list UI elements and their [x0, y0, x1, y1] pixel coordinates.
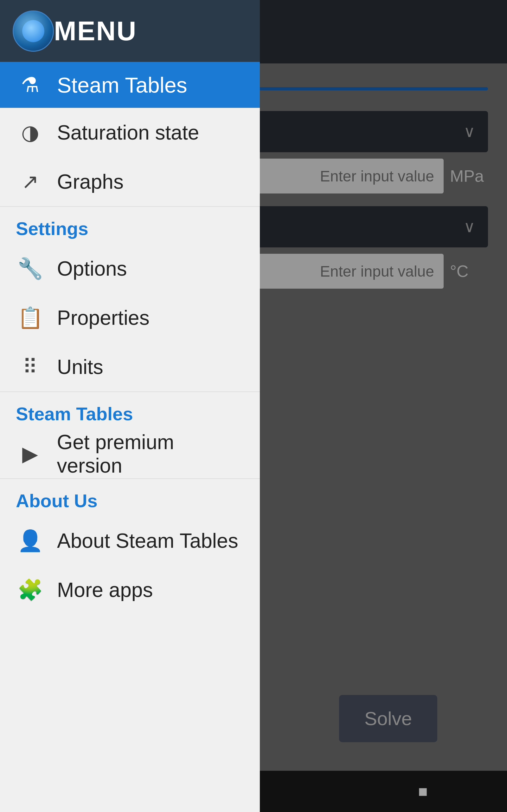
units-icon: ⠿ [16, 355, 44, 379]
wrench-icon: 🔧 [16, 257, 44, 281]
sidebar-item-saturation-state[interactable]: ◑ Saturation state [0, 108, 260, 157]
sidebar-item-units-label: Units [57, 355, 103, 379]
sidebar-item-graphs-label: Graphs [57, 170, 124, 194]
sidebar-item-about-label: About Steam Tables [57, 529, 238, 553]
flask-icon: ⚗ [16, 73, 44, 97]
sidebar-item-properties-label: Properties [57, 306, 150, 329]
sidebar-item-steam-tables[interactable]: ⚗ Steam Tables [0, 62, 260, 108]
sidebar-item-options[interactable]: 🔧 Options [0, 244, 260, 293]
play-store-icon: ▶ [16, 442, 44, 466]
graph-icon: ↗ [16, 170, 44, 194]
sidebar-drawer: MENU ⚗ Steam Tables ◑ Saturation state ↗… [0, 0, 260, 812]
app-logo [13, 10, 54, 52]
puzzle-icon: 🧩 [16, 578, 44, 602]
menu-header: MENU [0, 0, 260, 62]
sidebar-item-graphs[interactable]: ↗ Graphs [0, 157, 260, 206]
sidebar-item-options-label: Options [57, 257, 127, 281]
sidebar-item-premium-label: Get premium version [57, 430, 244, 477]
sidebar-item-more-apps[interactable]: 🧩 More apps [0, 565, 260, 614]
drop-icon: ◑ [16, 120, 44, 144]
sidebar-item-steam-tables-label: Steam Tables [57, 72, 187, 97]
section-settings: Settings [0, 207, 260, 244]
person-icon: 👤 [16, 529, 44, 553]
sidebar-item-properties[interactable]: 📋 Properties [0, 293, 260, 342]
logo-inner [22, 20, 44, 42]
section-steam-tables: Steam Tables [0, 392, 260, 429]
sidebar-item-about-steam-tables[interactable]: 👤 About Steam Tables [0, 516, 260, 565]
sidebar-item-premium[interactable]: ▶ Get premium version [0, 429, 260, 478]
sidebar-item-more-apps-label: More apps [57, 578, 153, 602]
sidebar-item-units[interactable]: ⠿ Units [0, 342, 260, 392]
section-about-us: About Us [0, 479, 260, 516]
clipboard-icon: 📋 [16, 306, 44, 330]
menu-title: MENU [54, 15, 137, 47]
sidebar-item-saturation-label: Saturation state [57, 121, 199, 144]
